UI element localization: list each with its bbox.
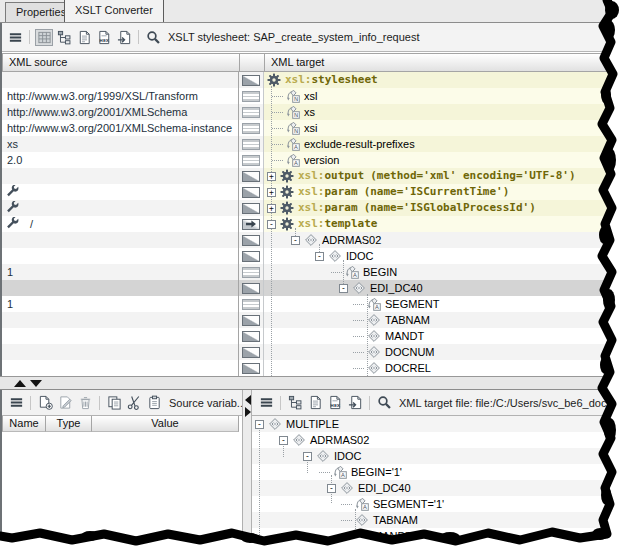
source-row[interactable]: /: [2, 216, 238, 232]
new-document-icon[interactable]: [36, 394, 54, 411]
hex-document-icon[interactable]: [95, 29, 113, 46]
search-icon[interactable]: [375, 394, 393, 411]
source-row[interactable]: [2, 312, 238, 328]
source-row[interactable]: [2, 168, 238, 184]
column-header-value[interactable]: Value: [92, 416, 239, 432]
mapping-equals-button[interactable]: [242, 139, 260, 150]
tree-node-idoc[interactable]: -IDOC: [264, 248, 610, 264]
document-icon[interactable]: [306, 394, 324, 411]
mapping-equals-button[interactable]: [242, 267, 260, 278]
tree-node-segment[interactable]: SEGMENT='1': [252, 496, 612, 512]
tree-node-edi-dc40[interactable]: -EDI_DC40: [252, 480, 612, 496]
expander-icon[interactable]: -: [255, 420, 264, 429]
source-row[interactable]: [2, 344, 238, 360]
source-row[interactable]: [2, 72, 238, 88]
copy-icon[interactable]: [105, 394, 123, 411]
collapse-down-icon[interactable]: [30, 380, 42, 387]
source-row[interactable]: 1: [2, 296, 238, 312]
tree-node-template[interactable]: -xsl:template: [264, 216, 610, 232]
mapping-equals-button[interactable]: [242, 299, 260, 310]
expander-icon[interactable]: +: [267, 188, 276, 197]
source-row[interactable]: [2, 200, 238, 216]
expander-icon[interactable]: -: [315, 252, 324, 261]
tree-node-xsl-ns[interactable]: xsl: [264, 88, 610, 104]
expander-icon[interactable]: -: [291, 236, 300, 245]
tree-node-tabnam[interactable]: TABNAM: [252, 512, 612, 528]
hex-document-icon[interactable]: [326, 394, 344, 411]
mapping-button[interactable]: [242, 347, 260, 358]
tree-node-output[interactable]: +xsl:output(method='xml' encoding='UTF-8…: [264, 168, 610, 184]
tree-node-adrmas02[interactable]: -ADRMAS02: [252, 432, 612, 448]
source-row[interactable]: [2, 328, 238, 344]
tab-xslt-converter[interactable]: XSLT Converter: [64, 0, 164, 22]
menu-icon[interactable]: [257, 394, 275, 411]
tree-node-begin[interactable]: BEGIN='1': [252, 464, 612, 480]
source-column-header[interactable]: XML source: [2, 53, 240, 72]
delete-icon[interactable]: [76, 394, 94, 411]
mapping-equals-button[interactable]: [242, 155, 260, 166]
mapping-button[interactable]: [242, 283, 260, 294]
tree-view-icon[interactable]: [55, 29, 73, 46]
tree-node-segment[interactable]: SEGMENT: [264, 296, 610, 312]
tree-node-multiple[interactable]: -MULTIPLE: [252, 416, 612, 432]
tree-node-begin[interactable]: BEGIN: [264, 264, 610, 280]
cut-icon[interactable]: [125, 394, 143, 411]
grid-view-icon[interactable]: [35, 29, 53, 46]
tree-node-tabnam[interactable]: TABNAM: [264, 312, 610, 328]
search-icon[interactable]: [144, 29, 162, 46]
tree-node-xsi-ns[interactable]: xsi: [264, 120, 610, 136]
mapping-button[interactable]: [242, 251, 260, 262]
tree-node-docnum[interactable]: DOCNUM: [264, 344, 610, 360]
source-row[interactable]: xs: [2, 136, 238, 152]
source-row[interactable]: http://www.w3.org/2001/XMLSchema-instanc…: [2, 120, 238, 136]
mapping-equals-button[interactable]: [242, 91, 260, 102]
tree-node-stylesheet[interactable]: xsl:stylesheet: [264, 72, 610, 88]
mapping-button[interactable]: [242, 171, 260, 182]
tree-node-mandt[interactable]: MANDT: [252, 528, 612, 544]
tree-node-xs-ns[interactable]: xs: [264, 104, 610, 120]
mapping-equals-button[interactable]: [242, 123, 260, 134]
tree-node-param-isglobalprocessid[interactable]: +xsl:param(name='ISGlobalProcessId'): [264, 200, 610, 216]
mapping-button[interactable]: [242, 363, 260, 374]
edit-icon[interactable]: [56, 394, 74, 411]
mapping-button[interactable]: [242, 235, 260, 246]
expander-icon[interactable]: -: [339, 284, 348, 293]
horizontal-splitter[interactable]: [0, 376, 612, 390]
tree-node-param-iscurrenttime[interactable]: +xsl:param(name='ISCurrentTime'): [264, 184, 610, 200]
tree-node-idoc[interactable]: -IDOC: [252, 448, 612, 464]
import-document-icon[interactable]: [115, 29, 133, 46]
expander-icon[interactable]: +: [267, 204, 276, 213]
source-row-selected[interactable]: [2, 280, 238, 296]
vertical-splitter[interactable]: [242, 390, 252, 554]
expander-icon[interactable]: -: [267, 220, 276, 229]
expander-icon[interactable]: -: [303, 452, 312, 461]
mapping-button[interactable]: [242, 331, 260, 342]
tree-node-version[interactable]: version: [264, 152, 610, 168]
mapping-button[interactable]: [242, 75, 260, 86]
source-row[interactable]: http://www.w3.org/2001/XMLSchema: [2, 104, 238, 120]
tree-node-exclude-result-prefixes[interactable]: exclude-result-prefixes: [264, 136, 610, 152]
collapse-left-icon[interactable]: [245, 395, 251, 405]
source-row[interactable]: http://www.w3.org/1999/XSL/Transform: [2, 88, 238, 104]
expander-icon[interactable]: -: [327, 484, 336, 493]
mapping-arrow-button[interactable]: [242, 219, 260, 230]
source-row[interactable]: 2.0: [2, 152, 238, 168]
source-row[interactable]: 1: [2, 264, 238, 280]
source-row[interactable]: [2, 232, 238, 248]
mapping-button[interactable]: [242, 203, 260, 214]
expander-icon[interactable]: +: [267, 172, 276, 181]
collapse-up-icon[interactable]: [14, 380, 26, 387]
paste-icon[interactable]: [145, 394, 163, 411]
source-row[interactable]: [2, 248, 238, 264]
tree-node-mandt[interactable]: MANDT: [264, 328, 610, 344]
import-document-icon[interactable]: [346, 394, 364, 411]
source-row[interactable]: [2, 360, 238, 376]
mapping-button[interactable]: [242, 315, 260, 326]
tree-node-docrel[interactable]: DOCREL: [264, 360, 610, 376]
column-header-type[interactable]: Type: [46, 416, 92, 432]
target-column-header[interactable]: XML target: [264, 53, 610, 72]
menu-icon[interactable]: [6, 29, 24, 46]
source-row[interactable]: [2, 184, 238, 200]
tree-view-icon[interactable]: [286, 394, 304, 411]
mapping-button[interactable]: [242, 187, 260, 198]
